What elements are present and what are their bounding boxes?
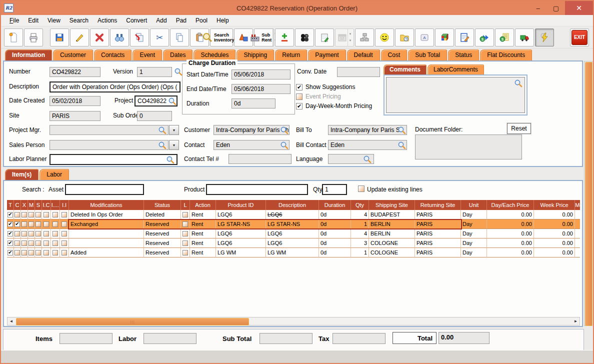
cell-week-price[interactable]: 0.00 — [534, 238, 575, 248]
row-checkbox-i-c[interactable] — [44, 240, 49, 246]
cell-modifications[interactable] — [69, 229, 144, 238]
tab-return[interactable]: Return — [275, 50, 307, 60]
cell-unit[interactable]: Day — [461, 210, 487, 220]
toolbar-calendar-button[interactable]: 12▼▼ — [335, 28, 354, 46]
column-header-day-each-price[interactable]: Day/Each Price — [487, 200, 534, 210]
cell-returning-site[interactable]: PARIS — [415, 220, 461, 229]
table-row[interactable]: ✔ReservedRentLGQ6LGQ60d3COLOGNEPARISDay0… — [7, 238, 580, 248]
cell-day-each-price[interactable]: 0.00 — [487, 248, 534, 258]
row-checkbox-i-i[interactable] — [62, 231, 67, 236]
menu-item-actions[interactable]: Actions — [93, 16, 122, 26]
cell-returning-site[interactable]: PARIS — [415, 238, 461, 248]
toolbar-lightning-button[interactable] — [535, 28, 554, 46]
row-checkbox-s[interactable] — [36, 250, 41, 256]
column-header-t[interactable]: T — [7, 200, 14, 210]
cell-product-id[interactable]: LG WM — [216, 248, 266, 258]
version-field[interactable]: 1 — [137, 67, 172, 77]
toolbar-sub-rent-button[interactable]: Sub Rent▼▼ — [254, 28, 274, 46]
cell-returning-site[interactable]: PARIS — [415, 229, 461, 238]
comments-search-icon[interactable] — [514, 79, 522, 88]
cell-status[interactable]: Reserved — [144, 220, 181, 229]
tab-shipping[interactable]: Shipping — [236, 50, 274, 60]
cell-status[interactable]: Deleted — [144, 210, 181, 220]
column-header-i-c[interactable]: I.C — [42, 200, 51, 210]
column-header-s[interactable]: S — [35, 200, 42, 210]
sales-person-search-icon[interactable] — [158, 141, 166, 150]
asset-input[interactable] — [65, 184, 144, 195]
cell-action[interactable]: Rent — [190, 229, 216, 238]
row-checkbox-l[interactable] — [182, 250, 188, 256]
cell-month-price[interactable] — [575, 248, 580, 258]
comments-tab-comments[interactable]: Comments — [384, 64, 426, 74]
cell-product-id[interactable]: LGQ6 — [216, 229, 266, 238]
row-checkbox-l[interactable] — [182, 222, 188, 227]
row-checkbox-i-dots[interactable] — [52, 212, 58, 218]
row-checkbox-x[interactable] — [22, 212, 27, 218]
toolbar-add-line-button[interactable] — [275, 28, 294, 46]
cell-qty[interactable]: 1 — [351, 248, 369, 258]
items-tab-item-s[interactable]: Item(s) — [5, 169, 38, 180]
comments-tab-laborcomments[interactable]: LaborComments — [428, 64, 484, 74]
contact-field[interactable]: Eden — [214, 140, 290, 150]
update-existing-checkbox[interactable] — [358, 186, 364, 192]
tab-event[interactable]: Event — [132, 50, 162, 60]
items-tab-labor[interactable]: Labor — [40, 169, 69, 180]
toolbar-edit-pencil-button[interactable] — [70, 28, 89, 46]
menu-item-file[interactable]: File — [5, 16, 24, 26]
cell-description[interactable]: LGQ6 — [266, 210, 319, 220]
menu-item-view[interactable]: View — [43, 16, 65, 26]
menu-item-edit[interactable]: Edit — [24, 16, 43, 26]
close-button[interactable]: ✕ — [565, 1, 593, 15]
cell-unit[interactable]: Day — [461, 238, 487, 248]
cell-day-each-price[interactable]: 0.00 — [487, 210, 534, 220]
row-checkbox-i-dots[interactable] — [52, 231, 58, 236]
description-field[interactable]: Order with Operation Order (Ops Order) (… — [50, 82, 180, 92]
toolbar-keyboard-key-button[interactable]: A — [415, 28, 434, 46]
cell-shipping-site[interactable]: COLOGNE — [369, 248, 415, 258]
cell-week-price[interactable]: 0.00 — [534, 248, 575, 258]
cell-unit[interactable]: Day — [461, 248, 487, 258]
cell-returning-site[interactable]: PARIS — [415, 210, 461, 220]
row-checkbox-x[interactable] — [22, 231, 27, 236]
checkbox-show-suggestions[interactable]: ✔ — [296, 84, 302, 90]
reset-button[interactable]: Reset — [507, 123, 531, 134]
tab-sub-total[interactable]: Sub Total — [408, 50, 447, 60]
menu-item-pool[interactable]: Pool — [191, 16, 212, 26]
toolbar-dollar-list-button[interactable]: $ — [495, 28, 514, 46]
cell-shipping-site[interactable]: BERLIN — [369, 220, 415, 229]
cell-returning-site[interactable]: PARIS — [415, 248, 461, 258]
row-checkbox-i-i[interactable] — [62, 250, 67, 256]
row-checkbox-i-i[interactable] — [62, 222, 67, 227]
cell-unit[interactable]: Day — [461, 229, 487, 238]
row-checkbox-i-dots[interactable] — [52, 222, 58, 227]
cell-unit[interactable]: Day — [461, 220, 487, 229]
menu-item-convert[interactable]: Convert — [122, 16, 152, 26]
bill-contact-search-icon[interactable] — [398, 141, 406, 150]
table-row[interactable]: ✔ReservedRentLGQ6LGQ60d4BERLINPARISDay0.… — [7, 229, 580, 238]
project-search-icon[interactable] — [168, 97, 176, 106]
tab-status[interactable]: Status — [448, 50, 479, 60]
tab-flat-discounts[interactable]: Flat Discounts — [480, 50, 532, 60]
cell-description[interactable]: LG STAR-NS — [266, 220, 319, 229]
row-checkbox-i-c[interactable] — [44, 212, 49, 218]
cell-month-price[interactable] — [575, 210, 580, 220]
labor-planner-search-icon[interactable] — [166, 156, 174, 164]
document-folder-box[interactable] — [415, 134, 522, 160]
cell-duration[interactable]: 0d — [319, 220, 351, 229]
cell-duration[interactable]: 0d — [319, 238, 351, 248]
row-checkbox-c[interactable]: ✔ — [14, 222, 20, 227]
tab-cost[interactable]: Cost — [381, 50, 408, 60]
cell-product-id[interactable]: LG STAR-NS — [216, 220, 266, 229]
row-checkbox-t[interactable]: ✔ — [8, 240, 13, 246]
scroll-left-arrow[interactable]: ◄ — [8, 318, 15, 325]
column-header-product-id[interactable]: Product ID — [216, 200, 266, 210]
table-row[interactable]: ✔AddedReservedRentLG WMLG WM0d1COLOGNEPA… — [7, 248, 580, 258]
cell-duration[interactable]: 0d — [319, 229, 351, 238]
cell-day-each-price[interactable]: 0.00 — [487, 229, 534, 238]
row-checkbox-x[interactable] — [22, 222, 27, 227]
cell-modifications[interactable]: Exchanged — [69, 220, 144, 229]
scroll-right-arrow[interactable]: ► — [572, 318, 580, 325]
cell-month-price[interactable] — [575, 238, 580, 248]
toolbar-color-cube-button[interactable] — [435, 28, 454, 46]
start-date-field[interactable]: 05/06/2018 — [232, 70, 290, 80]
